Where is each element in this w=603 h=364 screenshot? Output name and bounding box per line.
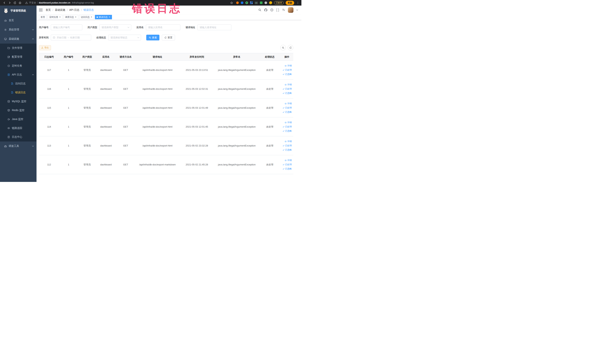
refresh-button[interactable]: [288, 45, 293, 50]
reset-button[interactable]: 重置: [162, 35, 175, 40]
tab-error-log[interactable]: 错误日志 ×: [95, 15, 112, 19]
sidebar-item-redis[interactable]: Redis 监控: [0, 106, 36, 115]
mark-processed-link[interactable]: 已处理: [282, 163, 292, 166]
cell-log-id: 114: [39, 117, 59, 136]
extension-icon-drop[interactable]: [241, 1, 244, 4]
reload-icon[interactable]: [12, 0, 17, 5]
sidebar-item-file[interactable]: 文件管理: [0, 44, 36, 52]
close-tab-icon[interactable]: ×: [91, 16, 92, 18]
tab-home[interactable]: 首页: [39, 15, 47, 19]
export-button[interactable]: 导出: [39, 45, 51, 50]
address-bar[interactable]: 不安全 dashboard.yudao.iocoder.cn/infra/log…: [25, 1, 94, 4]
avatar[interactable]: [288, 7, 293, 13]
cell-app: dashboard: [96, 155, 116, 174]
bookmark-star-icon[interactable]: [229, 0, 234, 5]
detail-link[interactable]: 详细: [285, 159, 292, 162]
detail-link[interactable]: 详细: [285, 121, 292, 124]
mark-processed-link[interactable]: 已处理: [282, 87, 292, 91]
user-type-select[interactable]: 请选择用户类型: [99, 24, 131, 30]
help-icon[interactable]: ?: [270, 8, 273, 12]
mark-ignored-link[interactable]: 已忽略: [282, 148, 292, 152]
fullscreen-icon[interactable]: [276, 9, 279, 12]
github-icon[interactable]: [264, 8, 267, 12]
tab-schedule-log[interactable]: 调度日志 ×: [63, 15, 78, 19]
extension-icon-orange[interactable]: [236, 1, 239, 4]
font-size-icon[interactable]: [282, 8, 285, 12]
sidebar-item-home[interactable]: 首页: [0, 16, 36, 25]
logo[interactable]: 芋道管理系统: [0, 6, 36, 16]
sidebar-item-trace[interactable]: 链路追踪: [0, 124, 36, 133]
sidebar-item-config[interactable]: 配置管理: [0, 52, 36, 61]
back-icon[interactable]: [2, 0, 7, 5]
mark-processed-link[interactable]: 已处理: [282, 106, 292, 109]
search-icon[interactable]: [258, 8, 261, 12]
close-tab-icon[interactable]: ×: [109, 16, 110, 18]
tab-job[interactable]: 定时任务 ×: [48, 15, 62, 19]
cell-user-type: 管理员: [78, 61, 96, 80]
breadcrumb-item[interactable]: API 日志: [69, 8, 79, 12]
app-name-input[interactable]: [146, 24, 180, 30]
mark-ignored-link[interactable]: 已忽略: [282, 110, 292, 114]
close-tab-icon[interactable]: ×: [59, 16, 61, 18]
browser-menu-icon[interactable]: ⋮: [296, 1, 300, 4]
sidebar-item-label: 日志中心: [12, 135, 22, 139]
breadcrumb-item[interactable]: 首页: [46, 8, 51, 12]
mark-processed-link[interactable]: 已处理: [282, 69, 292, 71]
sidebar-item-label: 访问日志: [15, 82, 26, 85]
table-row: 113 1 管理员 dashboard GET /api/infra/db-do…: [39, 136, 293, 155]
detail-link[interactable]: 详细: [285, 64, 292, 67]
mark-ignored-link[interactable]: 已忽略: [282, 92, 292, 95]
mark-ignored-link[interactable]: 已忽略: [282, 167, 292, 170]
url-host: dashboard.yudao.iocoder.cn: [39, 1, 70, 4]
close-tab-icon[interactable]: ×: [75, 16, 77, 18]
monitor-icon: [4, 38, 7, 40]
extension-icon-green[interactable]: [245, 1, 248, 4]
extension-smiley-icon[interactable]: [269, 1, 272, 4]
mark-ignored-link[interactable]: 已忽略: [282, 129, 292, 133]
mark-processed-link[interactable]: 已处理: [282, 125, 292, 128]
forward-icon[interactable]: [7, 0, 12, 5]
chevron-up-icon: [32, 38, 34, 40]
table-row: 112 1 管理员 dashboard GET /api/infra/db-do…: [39, 155, 293, 174]
search-button[interactable]: 搜索: [146, 35, 159, 40]
sidebar-item-java[interactable]: Java 监控: [0, 115, 36, 124]
date-range-picker[interactable]: 开始日期 - 结束日期: [51, 35, 91, 40]
detail-link[interactable]: 详细: [285, 83, 292, 86]
toggle-search-button[interactable]: [280, 45, 286, 50]
sidebar-item-log-center[interactable]: 日志中心: [0, 133, 36, 141]
request-url-input[interactable]: [197, 24, 231, 30]
mark-processed-link[interactable]: 已处理: [282, 144, 292, 147]
extension-icon-on[interactable]: on: [255, 1, 258, 4]
cell-user-type: 管理员: [78, 98, 96, 117]
mark-ignored-link[interactable]: 已忽略: [282, 73, 292, 76]
sidebar-item-mysql[interactable]: MySQL 监控: [0, 97, 36, 106]
home-icon[interactable]: [17, 0, 23, 5]
extension-icon-grid[interactable]: [250, 1, 253, 4]
column-header: 用户编号: [59, 53, 78, 61]
process-status-select[interactable]: 请选择处理状态: [108, 35, 141, 40]
sidebar-item-api-log[interactable]: API 日志: [0, 70, 36, 79]
reset-button-label: 重置: [168, 36, 172, 39]
update-button[interactable]: 更新: [286, 1, 294, 5]
paused-badge[interactable]: 已暂停: [274, 1, 284, 5]
user-id-input[interactable]: [51, 24, 82, 30]
cell-url: /api/infra/db-doc/export-markdown: [136, 155, 179, 174]
extension-icon-paw[interactable]: [265, 1, 267, 4]
sidebar-item-label: 定时任务: [12, 64, 22, 68]
detail-link[interactable]: 详细: [285, 140, 292, 143]
start-date-placeholder: 开始日期: [57, 36, 66, 39]
sidebar-item-infra[interactable]: 基础设施: [0, 34, 36, 44]
extension-icon-leaf[interactable]: [260, 1, 263, 4]
tab-access-log[interactable]: 访问日志 ×: [79, 15, 94, 19]
sidebar-item-job[interactable]: 定时任务: [0, 61, 36, 70]
cell-exception: java.lang.IllegalArgumentException: [215, 61, 259, 80]
detail-link[interactable]: 详细: [285, 102, 292, 105]
sidebar-item-error-log[interactable]: 错误日志: [0, 88, 36, 97]
sidebar-item-access-log[interactable]: 访问日志: [0, 79, 36, 88]
sidebar-item-devtools[interactable]: 研发工具: [0, 141, 36, 151]
sidebar-item-label: 文件管理: [12, 46, 22, 50]
hamburger-icon[interactable]: [39, 8, 43, 12]
caret-down-icon[interactable]: [296, 9, 298, 11]
sidebar-item-system[interactable]: 系统管理: [0, 25, 36, 34]
breadcrumb-item[interactable]: 基础设施: [55, 8, 65, 12]
